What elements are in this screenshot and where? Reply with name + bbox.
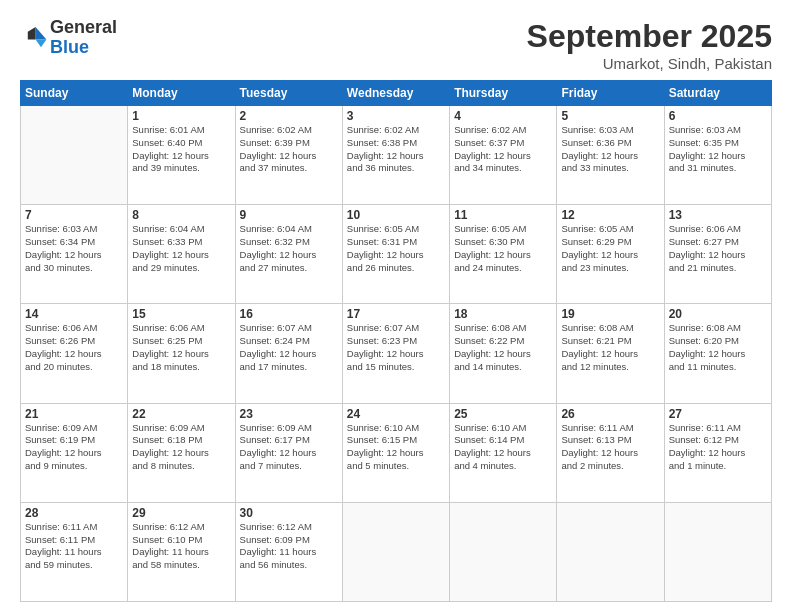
table-row (342, 502, 449, 601)
calendar-week-row: 28Sunrise: 6:11 AM Sunset: 6:11 PM Dayli… (21, 502, 772, 601)
table-row: 15Sunrise: 6:06 AM Sunset: 6:25 PM Dayli… (128, 304, 235, 403)
calendar-table: Sunday Monday Tuesday Wednesday Thursday… (20, 80, 772, 602)
logo-icon (20, 24, 48, 52)
table-row: 30Sunrise: 6:12 AM Sunset: 6:09 PM Dayli… (235, 502, 342, 601)
calendar-week-row: 21Sunrise: 6:09 AM Sunset: 6:19 PM Dayli… (21, 403, 772, 502)
day-number: 2 (240, 109, 338, 123)
table-row (21, 106, 128, 205)
table-row: 13Sunrise: 6:06 AM Sunset: 6:27 PM Dayli… (664, 205, 771, 304)
day-info: Sunrise: 6:02 AM Sunset: 6:38 PM Dayligh… (347, 124, 445, 175)
day-info: Sunrise: 6:01 AM Sunset: 6:40 PM Dayligh… (132, 124, 230, 175)
day-info: Sunrise: 6:02 AM Sunset: 6:39 PM Dayligh… (240, 124, 338, 175)
day-number: 14 (25, 307, 123, 321)
table-row: 22Sunrise: 6:09 AM Sunset: 6:18 PM Dayli… (128, 403, 235, 502)
day-info: Sunrise: 6:07 AM Sunset: 6:23 PM Dayligh… (347, 322, 445, 373)
day-number: 17 (347, 307, 445, 321)
day-number: 11 (454, 208, 552, 222)
calendar-header-row: Sunday Monday Tuesday Wednesday Thursday… (21, 81, 772, 106)
day-info: Sunrise: 6:05 AM Sunset: 6:29 PM Dayligh… (561, 223, 659, 274)
svg-marker-0 (36, 27, 47, 39)
table-row: 6Sunrise: 6:03 AM Sunset: 6:35 PM Daylig… (664, 106, 771, 205)
day-info: Sunrise: 6:09 AM Sunset: 6:18 PM Dayligh… (132, 422, 230, 473)
day-info: Sunrise: 6:11 AM Sunset: 6:11 PM Dayligh… (25, 521, 123, 572)
col-monday: Monday (128, 81, 235, 106)
day-number: 23 (240, 407, 338, 421)
day-number: 21 (25, 407, 123, 421)
day-info: Sunrise: 6:02 AM Sunset: 6:37 PM Dayligh… (454, 124, 552, 175)
day-number: 3 (347, 109, 445, 123)
table-row: 12Sunrise: 6:05 AM Sunset: 6:29 PM Dayli… (557, 205, 664, 304)
day-number: 7 (25, 208, 123, 222)
logo-text: General Blue (50, 18, 117, 58)
day-number: 20 (669, 307, 767, 321)
table-row: 2Sunrise: 6:02 AM Sunset: 6:39 PM Daylig… (235, 106, 342, 205)
day-info: Sunrise: 6:04 AM Sunset: 6:32 PM Dayligh… (240, 223, 338, 274)
day-number: 10 (347, 208, 445, 222)
day-number: 28 (25, 506, 123, 520)
day-number: 8 (132, 208, 230, 222)
day-number: 13 (669, 208, 767, 222)
table-row: 29Sunrise: 6:12 AM Sunset: 6:10 PM Dayli… (128, 502, 235, 601)
day-number: 6 (669, 109, 767, 123)
day-info: Sunrise: 6:06 AM Sunset: 6:26 PM Dayligh… (25, 322, 123, 373)
table-row: 5Sunrise: 6:03 AM Sunset: 6:36 PM Daylig… (557, 106, 664, 205)
svg-marker-2 (28, 27, 36, 39)
day-info: Sunrise: 6:04 AM Sunset: 6:33 PM Dayligh… (132, 223, 230, 274)
day-info: Sunrise: 6:03 AM Sunset: 6:35 PM Dayligh… (669, 124, 767, 175)
table-row (450, 502, 557, 601)
day-number: 26 (561, 407, 659, 421)
day-number: 9 (240, 208, 338, 222)
day-number: 1 (132, 109, 230, 123)
table-row: 3Sunrise: 6:02 AM Sunset: 6:38 PM Daylig… (342, 106, 449, 205)
table-row: 16Sunrise: 6:07 AM Sunset: 6:24 PM Dayli… (235, 304, 342, 403)
table-row: 28Sunrise: 6:11 AM Sunset: 6:11 PM Dayli… (21, 502, 128, 601)
day-info: Sunrise: 6:08 AM Sunset: 6:20 PM Dayligh… (669, 322, 767, 373)
day-info: Sunrise: 6:10 AM Sunset: 6:14 PM Dayligh… (454, 422, 552, 473)
col-friday: Friday (557, 81, 664, 106)
day-info: Sunrise: 6:08 AM Sunset: 6:22 PM Dayligh… (454, 322, 552, 373)
table-row: 24Sunrise: 6:10 AM Sunset: 6:15 PM Dayli… (342, 403, 449, 502)
table-row: 11Sunrise: 6:05 AM Sunset: 6:30 PM Dayli… (450, 205, 557, 304)
day-number: 5 (561, 109, 659, 123)
table-row: 10Sunrise: 6:05 AM Sunset: 6:31 PM Dayli… (342, 205, 449, 304)
table-row: 23Sunrise: 6:09 AM Sunset: 6:17 PM Dayli… (235, 403, 342, 502)
table-row (557, 502, 664, 601)
day-number: 16 (240, 307, 338, 321)
col-saturday: Saturday (664, 81, 771, 106)
day-info: Sunrise: 6:10 AM Sunset: 6:15 PM Dayligh… (347, 422, 445, 473)
day-info: Sunrise: 6:03 AM Sunset: 6:36 PM Dayligh… (561, 124, 659, 175)
day-info: Sunrise: 6:09 AM Sunset: 6:19 PM Dayligh… (25, 422, 123, 473)
table-row: 27Sunrise: 6:11 AM Sunset: 6:12 PM Dayli… (664, 403, 771, 502)
day-number: 24 (347, 407, 445, 421)
location-subtitle: Umarkot, Sindh, Pakistan (527, 55, 772, 72)
day-info: Sunrise: 6:11 AM Sunset: 6:13 PM Dayligh… (561, 422, 659, 473)
title-block: September 2025 Umarkot, Sindh, Pakistan (527, 18, 772, 72)
col-sunday: Sunday (21, 81, 128, 106)
day-info: Sunrise: 6:07 AM Sunset: 6:24 PM Dayligh… (240, 322, 338, 373)
day-info: Sunrise: 6:05 AM Sunset: 6:30 PM Dayligh… (454, 223, 552, 274)
day-number: 15 (132, 307, 230, 321)
day-number: 12 (561, 208, 659, 222)
day-info: Sunrise: 6:12 AM Sunset: 6:10 PM Dayligh… (132, 521, 230, 572)
table-row: 4Sunrise: 6:02 AM Sunset: 6:37 PM Daylig… (450, 106, 557, 205)
day-info: Sunrise: 6:08 AM Sunset: 6:21 PM Dayligh… (561, 322, 659, 373)
calendar-week-row: 7Sunrise: 6:03 AM Sunset: 6:34 PM Daylig… (21, 205, 772, 304)
table-row: 1Sunrise: 6:01 AM Sunset: 6:40 PM Daylig… (128, 106, 235, 205)
day-info: Sunrise: 6:03 AM Sunset: 6:34 PM Dayligh… (25, 223, 123, 274)
day-number: 25 (454, 407, 552, 421)
table-row: 25Sunrise: 6:10 AM Sunset: 6:14 PM Dayli… (450, 403, 557, 502)
day-info: Sunrise: 6:11 AM Sunset: 6:12 PM Dayligh… (669, 422, 767, 473)
day-number: 18 (454, 307, 552, 321)
day-number: 27 (669, 407, 767, 421)
day-info: Sunrise: 6:12 AM Sunset: 6:09 PM Dayligh… (240, 521, 338, 572)
table-row: 19Sunrise: 6:08 AM Sunset: 6:21 PM Dayli… (557, 304, 664, 403)
day-info: Sunrise: 6:06 AM Sunset: 6:27 PM Dayligh… (669, 223, 767, 274)
header: General Blue September 2025 Umarkot, Sin… (20, 18, 772, 72)
day-number: 30 (240, 506, 338, 520)
calendar-week-row: 14Sunrise: 6:06 AM Sunset: 6:26 PM Dayli… (21, 304, 772, 403)
month-title: September 2025 (527, 18, 772, 55)
day-number: 19 (561, 307, 659, 321)
logo-general-text: General (50, 18, 117, 38)
table-row: 18Sunrise: 6:08 AM Sunset: 6:22 PM Dayli… (450, 304, 557, 403)
page: General Blue September 2025 Umarkot, Sin… (0, 0, 792, 612)
